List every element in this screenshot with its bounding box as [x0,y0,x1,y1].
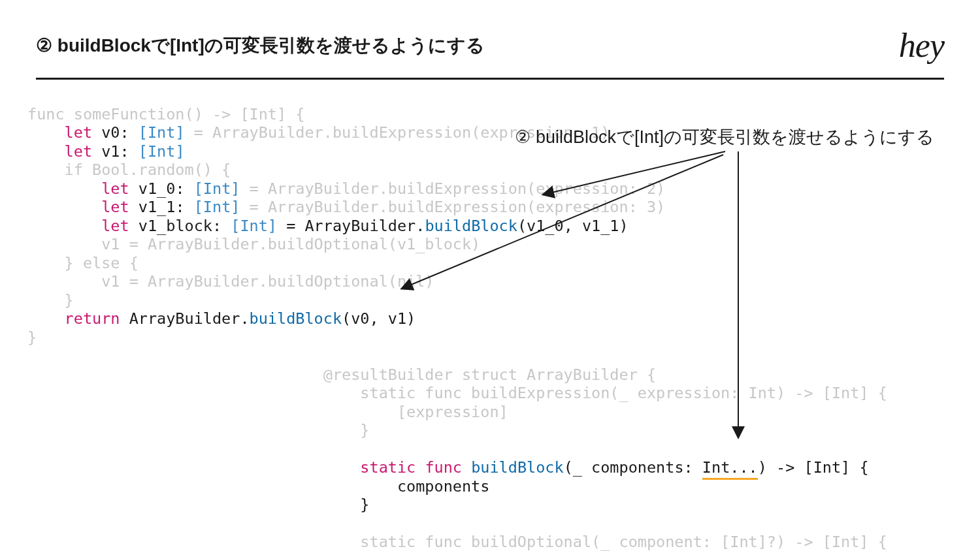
code-line: func someFunction() -> [Int] { [27,105,304,123]
code-line: [expression] [27,403,508,421]
logo: hey [899,26,944,65]
code-line: components [27,477,489,496]
code-line: return ArrayBuilder.buildBlock(v0, v1) [27,309,416,328]
code-line: } [27,328,37,347]
code-line: @resultBuilder struct ArrayBuilder { [27,366,656,384]
code-line: } [27,496,369,514]
code-line: static func buildOptional(_ component: [… [27,533,887,551]
code-line: let v1_0: [Int] = ArrayBuilder.buildExpr… [27,180,665,198]
code-line: if Bool.random() { [27,161,231,179]
code-line: let v1: [Int] [27,142,185,161]
code-line: v1 = ArrayBuilder.buildOptional(nil) [27,272,434,291]
slide-title: ② buildBlockで[Int]の可変長引数を渡せるようにする [36,33,485,58]
code-line: let v1_block: [Int] = ArrayBuilder.build… [27,217,629,235]
slide-content: func someFunction() -> [Int] { let v0: [… [27,86,967,551]
code-line: } [27,291,74,309]
divider [36,78,944,80]
annotation-label: ② buildBlockで[Int]の可変長引数を渡せるようにする [515,125,934,149]
code-line: let v1_1: [Int] = ArrayBuilder.buildExpr… [27,198,665,216]
code-line: static func buildExpression(_ expression… [27,384,887,402]
slide-header: ② buildBlockで[Int]の可変長引数を渡せるようにする hey [0,0,980,65]
code-line: v1 = ArrayBuilder.buildOptional(v1_block… [27,235,480,253]
code-line: } else { [27,254,139,272]
code-line: } [27,421,369,439]
code-block: func someFunction() -> [Int] { let v0: [… [27,86,967,551]
